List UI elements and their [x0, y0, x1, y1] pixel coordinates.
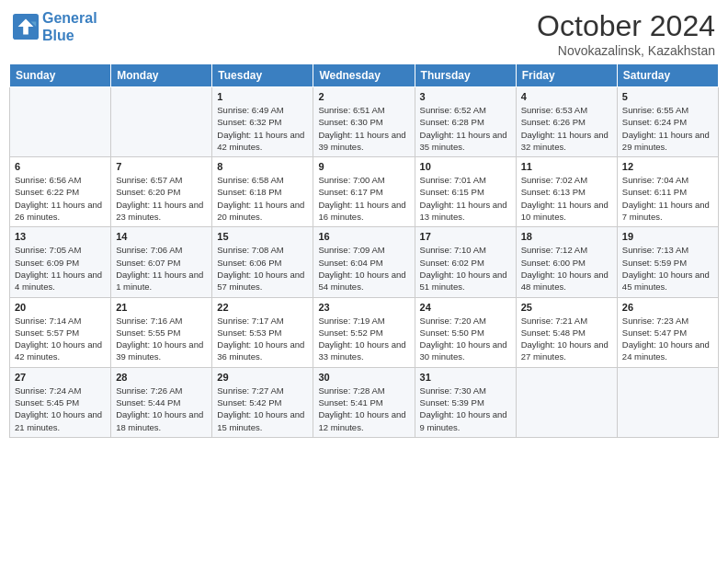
- calendar-cell: 29Sunrise: 7:27 AMSunset: 5:42 PMDayligh…: [212, 367, 313, 437]
- day-number: 17: [420, 231, 511, 242]
- weekday-header-row: SundayMondayTuesdayWednesdayThursdayFrid…: [10, 64, 719, 87]
- calendar-cell: [617, 367, 718, 437]
- day-info: Sunrise: 6:53 AMSunset: 6:26 PMDaylight:…: [521, 104, 612, 153]
- day-info: Sunrise: 7:16 AMSunset: 5:55 PMDaylight:…: [116, 315, 207, 363]
- day-info: Sunrise: 7:27 AMSunset: 5:42 PMDaylight:…: [217, 385, 308, 433]
- logo: GeneralBlue: [13, 9, 97, 44]
- day-info: Sunrise: 6:58 AMSunset: 6:18 PMDaylight:…: [217, 174, 308, 223]
- calendar-cell: [10, 87, 111, 157]
- calendar-cell: 12Sunrise: 7:04 AMSunset: 6:11 PMDayligh…: [617, 157, 718, 227]
- day-info: Sunrise: 7:00 AMSunset: 6:17 PMDaylight:…: [318, 174, 409, 223]
- day-info: Sunrise: 7:14 AMSunset: 5:57 PMDaylight:…: [15, 315, 106, 363]
- weekday-header-tuesday: Tuesday: [212, 64, 313, 87]
- day-number: 14: [116, 231, 207, 242]
- calendar-cell: 8Sunrise: 6:58 AMSunset: 6:18 PMDaylight…: [212, 157, 313, 227]
- calendar-cell: 30Sunrise: 7:28 AMSunset: 5:41 PMDayligh…: [313, 367, 415, 437]
- calendar-body: 1Sunrise: 6:49 AMSunset: 6:32 PMDaylight…: [10, 87, 719, 438]
- calendar-week-5: 27Sunrise: 7:24 AMSunset: 5:45 PMDayligh…: [10, 367, 719, 437]
- day-info: Sunrise: 7:13 AMSunset: 5:59 PMDaylight:…: [622, 244, 713, 293]
- day-number: 16: [318, 231, 409, 242]
- day-number: 8: [217, 161, 308, 172]
- day-info: Sunrise: 7:04 AMSunset: 6:11 PMDaylight:…: [622, 174, 713, 223]
- day-info: Sunrise: 7:26 AMSunset: 5:44 PMDaylight:…: [116, 385, 207, 433]
- day-number: 19: [622, 231, 713, 242]
- weekday-header-friday: Friday: [516, 64, 617, 87]
- calendar-cell: 14Sunrise: 7:06 AMSunset: 6:07 PMDayligh…: [111, 227, 212, 297]
- day-number: 29: [217, 372, 308, 383]
- calendar-cell: 17Sunrise: 7:10 AMSunset: 6:02 PMDayligh…: [415, 227, 516, 297]
- day-info: Sunrise: 6:51 AMSunset: 6:30 PMDaylight:…: [318, 104, 409, 153]
- day-number: 1: [217, 91, 308, 102]
- day-number: 27: [15, 372, 106, 383]
- location-subtitle: Novokazalinsk, Kazakhstan: [537, 43, 715, 58]
- calendar-cell: 11Sunrise: 7:02 AMSunset: 6:13 PMDayligh…: [516, 157, 617, 227]
- logo-icon: [13, 14, 39, 40]
- calendar-cell: 20Sunrise: 7:14 AMSunset: 5:57 PMDayligh…: [10, 297, 111, 367]
- calendar-cell: [111, 87, 212, 157]
- weekday-header-wednesday: Wednesday: [313, 64, 415, 87]
- day-info: Sunrise: 7:30 AMSunset: 5:39 PMDaylight:…: [420, 385, 511, 433]
- day-info: Sunrise: 7:02 AMSunset: 6:13 PMDaylight:…: [521, 174, 612, 223]
- day-number: 23: [318, 302, 409, 313]
- logo-text: GeneralBlue: [42, 9, 97, 44]
- day-number: 22: [217, 302, 308, 313]
- calendar-cell: 28Sunrise: 7:26 AMSunset: 5:44 PMDayligh…: [111, 367, 212, 437]
- calendar-week-1: 1Sunrise: 6:49 AMSunset: 6:32 PMDaylight…: [10, 87, 719, 157]
- day-info: Sunrise: 7:09 AMSunset: 6:04 PMDaylight:…: [318, 244, 409, 293]
- day-info: Sunrise: 7:01 AMSunset: 6:15 PMDaylight:…: [420, 174, 511, 223]
- day-number: 9: [318, 161, 409, 172]
- day-number: 7: [116, 161, 207, 172]
- day-info: Sunrise: 7:23 AMSunset: 5:47 PMDaylight:…: [622, 315, 713, 363]
- calendar-cell: 22Sunrise: 7:17 AMSunset: 5:53 PMDayligh…: [212, 297, 313, 367]
- month-title: October 2024: [537, 9, 715, 43]
- title-block: October 2024 Novokazalinsk, Kazakhstan: [537, 9, 715, 58]
- calendar-cell: 18Sunrise: 7:12 AMSunset: 6:00 PMDayligh…: [516, 227, 617, 297]
- calendar-cell: 25Sunrise: 7:21 AMSunset: 5:48 PMDayligh…: [516, 297, 617, 367]
- day-number: 15: [217, 231, 308, 242]
- day-number: 24: [420, 302, 511, 313]
- calendar-table: SundayMondayTuesdayWednesdayThursdayFrid…: [9, 63, 719, 438]
- day-number: 4: [521, 91, 612, 102]
- day-number: 31: [420, 372, 511, 383]
- day-info: Sunrise: 7:28 AMSunset: 5:41 PMDaylight:…: [318, 385, 409, 433]
- day-number: 25: [521, 302, 612, 313]
- calendar-cell: 1Sunrise: 6:49 AMSunset: 6:32 PMDaylight…: [212, 87, 313, 157]
- day-info: Sunrise: 6:57 AMSunset: 6:20 PMDaylight:…: [116, 174, 207, 223]
- day-info: Sunrise: 7:17 AMSunset: 5:53 PMDaylight:…: [217, 315, 308, 363]
- calendar-cell: 7Sunrise: 6:57 AMSunset: 6:20 PMDaylight…: [111, 157, 212, 227]
- calendar-cell: 2Sunrise: 6:51 AMSunset: 6:30 PMDaylight…: [313, 87, 415, 157]
- day-number: 26: [622, 302, 713, 313]
- day-info: Sunrise: 7:12 AMSunset: 6:00 PMDaylight:…: [521, 244, 612, 293]
- day-number: 2: [318, 91, 409, 102]
- weekday-header-saturday: Saturday: [617, 64, 718, 87]
- calendar-cell: 26Sunrise: 7:23 AMSunset: 5:47 PMDayligh…: [617, 297, 718, 367]
- day-number: 13: [15, 231, 106, 242]
- calendar-week-2: 6Sunrise: 6:56 AMSunset: 6:22 PMDaylight…: [10, 157, 719, 227]
- day-number: 28: [116, 372, 207, 383]
- page-header: GeneralBlue October 2024 Novokazalinsk, …: [9, 9, 719, 58]
- day-number: 20: [15, 302, 106, 313]
- calendar-cell: 19Sunrise: 7:13 AMSunset: 5:59 PMDayligh…: [617, 227, 718, 297]
- day-number: 6: [15, 161, 106, 172]
- calendar-cell: 21Sunrise: 7:16 AMSunset: 5:55 PMDayligh…: [111, 297, 212, 367]
- day-info: Sunrise: 7:10 AMSunset: 6:02 PMDaylight:…: [420, 244, 511, 293]
- calendar-cell: 9Sunrise: 7:00 AMSunset: 6:17 PMDaylight…: [313, 157, 415, 227]
- day-info: Sunrise: 6:52 AMSunset: 6:28 PMDaylight:…: [420, 104, 511, 153]
- day-number: 18: [521, 231, 612, 242]
- weekday-header-monday: Monday: [111, 64, 212, 87]
- day-number: 10: [420, 161, 511, 172]
- day-number: 21: [116, 302, 207, 313]
- calendar-cell: 23Sunrise: 7:19 AMSunset: 5:52 PMDayligh…: [313, 297, 415, 367]
- day-number: 30: [318, 372, 409, 383]
- day-info: Sunrise: 7:24 AMSunset: 5:45 PMDaylight:…: [15, 385, 106, 433]
- day-number: 3: [420, 91, 511, 102]
- calendar-cell: 3Sunrise: 6:52 AMSunset: 6:28 PMDaylight…: [415, 87, 516, 157]
- day-number: 12: [622, 161, 713, 172]
- weekday-header-sunday: Sunday: [10, 64, 111, 87]
- day-info: Sunrise: 7:08 AMSunset: 6:06 PMDaylight:…: [217, 244, 308, 293]
- day-info: Sunrise: 6:56 AMSunset: 6:22 PMDaylight:…: [15, 174, 106, 223]
- calendar-cell: 10Sunrise: 7:01 AMSunset: 6:15 PMDayligh…: [415, 157, 516, 227]
- calendar-cell: 4Sunrise: 6:53 AMSunset: 6:26 PMDaylight…: [516, 87, 617, 157]
- day-info: Sunrise: 7:19 AMSunset: 5:52 PMDaylight:…: [318, 315, 409, 363]
- calendar-cell: [516, 367, 617, 437]
